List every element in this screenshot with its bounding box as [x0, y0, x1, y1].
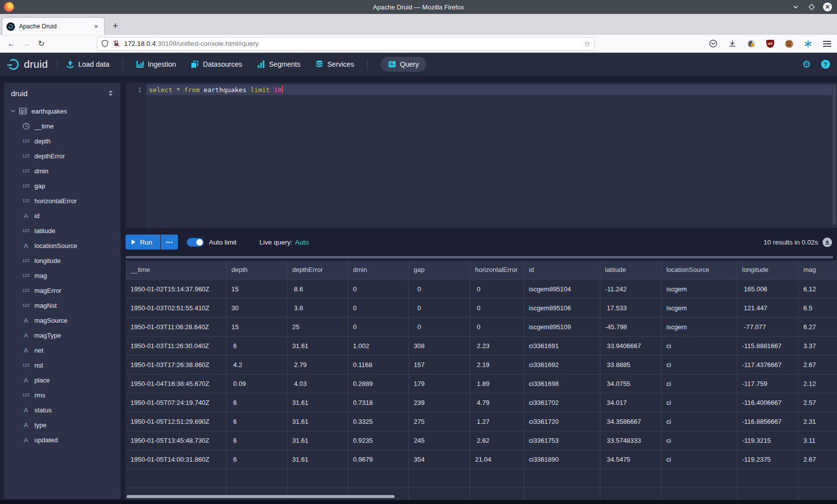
- sidebar-column-horizontalError[interactable]: 123horizontalError: [4, 193, 121, 208]
- nav-datasources[interactable]: Datasources: [191, 60, 242, 68]
- table-cell[interactable]: 0: [470, 279, 524, 298]
- sidebar-column-__time[interactable]: __time: [4, 119, 121, 133]
- table-cell[interactable]: 33.9406667: [600, 336, 661, 355]
- table-cell[interactable]: ci: [661, 374, 737, 393]
- table-cell[interactable]: ci3361753: [524, 431, 600, 450]
- column-header-gap[interactable]: gap: [409, 260, 470, 279]
- horizontal-scrollbar[interactable]: [127, 495, 395, 498]
- table-cell[interactable]: 4.03: [287, 374, 348, 393]
- forward-button[interactable]: →: [19, 39, 34, 48]
- url-bar[interactable]: 172.18.0.4:30109/unified-console.html#qu…: [97, 37, 595, 51]
- table-cell[interactable]: 2.79: [287, 355, 348, 374]
- table-cell[interactable]: 0: [409, 317, 470, 336]
- sql-editor[interactable]: 1 select * from earthquakes limit 10: [126, 83, 837, 228]
- table-cell[interactable]: 121.447: [737, 298, 798, 317]
- table-cell[interactable]: -115.8881667: [737, 336, 798, 355]
- table-cell[interactable]: -45.798: [600, 317, 661, 336]
- table-cell[interactable]: 6: [226, 336, 287, 355]
- sidebar-column-updated[interactable]: Aupdated: [4, 432, 121, 447]
- table-cell[interactable]: 1950-01-05T07:24:19.740Z: [126, 393, 226, 412]
- chevron-down-icon[interactable]: [10, 108, 16, 114]
- table-cell[interactable]: 0.9679: [348, 450, 409, 469]
- table-cell[interactable]: 33.8885: [600, 355, 661, 374]
- table-cell[interactable]: ci: [661, 412, 737, 431]
- table-cell[interactable]: 1950-01-05T14:00:31.860Z: [126, 450, 226, 469]
- table-cell[interactable]: 21.04: [470, 450, 524, 469]
- sidebar-column-type[interactable]: Atype: [4, 417, 121, 432]
- table-cell[interactable]: 25: [287, 317, 348, 336]
- nav-segments[interactable]: Segments: [257, 60, 300, 68]
- sidebar-column-magError[interactable]: 123magError: [4, 283, 121, 298]
- new-tab-button[interactable]: +: [113, 20, 118, 31]
- table-cell[interactable]: 6.27: [798, 317, 837, 336]
- table-cell[interactable]: 15: [226, 279, 287, 298]
- table-cell[interactable]: -11.242: [600, 279, 661, 298]
- multi-account-extension-icon[interactable]: [804, 39, 812, 48]
- table-cell[interactable]: iscgem: [661, 298, 737, 317]
- table-cell[interactable]: 31.61: [287, 412, 348, 431]
- settings-gear-icon[interactable]: ⚙: [802, 59, 811, 69]
- editor-vertical-scrollbar[interactable]: [833, 85, 836, 225]
- sidebar-column-nst[interactable]: 123nst: [4, 358, 121, 373]
- nav-services[interactable]: Services: [315, 60, 354, 68]
- table-cell[interactable]: 6.5: [798, 298, 837, 317]
- table-cell[interactable]: ci3361720: [524, 412, 600, 431]
- table-cell[interactable]: 1.002: [348, 336, 409, 355]
- table-cell[interactable]: 0.3325: [348, 412, 409, 431]
- table-cell[interactable]: 6: [226, 412, 287, 431]
- table-cell[interactable]: 1950-01-02T15:14:37.960Z: [126, 279, 226, 298]
- table-cell[interactable]: 0: [348, 317, 409, 336]
- table-cell[interactable]: ci3361692: [524, 355, 600, 374]
- sidebar-column-place[interactable]: Aplace: [4, 373, 121, 387]
- table-cell[interactable]: 2.12: [798, 374, 837, 393]
- table-cell[interactable]: -116.8856667: [737, 412, 798, 431]
- column-header-longitude[interactable]: longitude: [737, 260, 798, 279]
- sidebar-column-magSource[interactable]: AmagSource: [4, 313, 121, 328]
- table-cell[interactable]: -116.4006667: [737, 393, 798, 412]
- table-cell[interactable]: 2.62: [470, 431, 524, 450]
- schema-select[interactable]: druid: [11, 89, 108, 98]
- column-header-__time[interactable]: __time: [126, 260, 226, 279]
- table-cell[interactable]: 6: [226, 431, 287, 450]
- editor-code-area[interactable]: select * from earthquakes limit 10: [146, 83, 837, 228]
- table-cell[interactable]: 1950-01-05T13:45:48.730Z: [126, 431, 226, 450]
- table-cell[interactable]: ci: [661, 431, 737, 450]
- table-cell[interactable]: 0: [409, 298, 470, 317]
- table-cell[interactable]: 1950-01-05T12:51:29.690Z: [126, 412, 226, 431]
- sidebar-column-magNst[interactable]: 123magNst: [4, 298, 121, 313]
- help-icon[interactable]: ?: [821, 60, 830, 69]
- shield-icon[interactable]: [101, 40, 109, 47]
- nav-query[interactable]: Query: [381, 57, 426, 72]
- nav-load-data[interactable]: Load data: [66, 60, 109, 68]
- sidebar-column-depthError[interactable]: 123depthError: [4, 148, 121, 163]
- table-cell[interactable]: 0: [470, 298, 524, 317]
- table-cell[interactable]: 31.61: [287, 450, 348, 469]
- window-minimize-button[interactable]: [791, 2, 800, 11]
- sidebar-column-latitude[interactable]: 123latitude: [4, 223, 121, 238]
- run-more-button[interactable]: •••: [161, 235, 178, 250]
- column-header-locationSource[interactable]: locationSource: [661, 260, 737, 279]
- sidebar-column-mag[interactable]: 123mag: [4, 268, 121, 283]
- table-cell[interactable]: ci3361698: [524, 374, 600, 393]
- table-cell[interactable]: 3.37: [798, 336, 837, 355]
- table-cell[interactable]: 34.3586667: [600, 412, 661, 431]
- table-cell[interactable]: 17.533: [600, 298, 661, 317]
- table-cell[interactable]: 275: [409, 412, 470, 431]
- table-cell[interactable]: 308: [409, 336, 470, 355]
- sidebar-column-rms[interactable]: 123rms: [4, 387, 121, 402]
- tab-close-icon[interactable]: ×: [92, 22, 100, 30]
- table-cell[interactable]: 31.61: [287, 431, 348, 450]
- table-cell[interactable]: 3.8: [287, 298, 348, 317]
- table-cell[interactable]: 2.67: [798, 355, 837, 374]
- table-cell[interactable]: 34.5475: [600, 450, 661, 469]
- table-cell[interactable]: ci3361890: [524, 450, 600, 469]
- column-header-depth[interactable]: depth: [226, 260, 287, 279]
- run-button[interactable]: Run: [126, 235, 160, 250]
- table-cell[interactable]: 0.09: [226, 374, 287, 393]
- auto-limit-toggle[interactable]: [187, 238, 204, 247]
- table-cell[interactable]: iscgem: [661, 279, 737, 298]
- sidebar-column-magType[interactable]: AmagType: [4, 328, 121, 343]
- table-cell[interactable]: 179: [409, 374, 470, 393]
- table-cell[interactable]: 0: [348, 279, 409, 298]
- table-cell[interactable]: ci: [661, 393, 737, 412]
